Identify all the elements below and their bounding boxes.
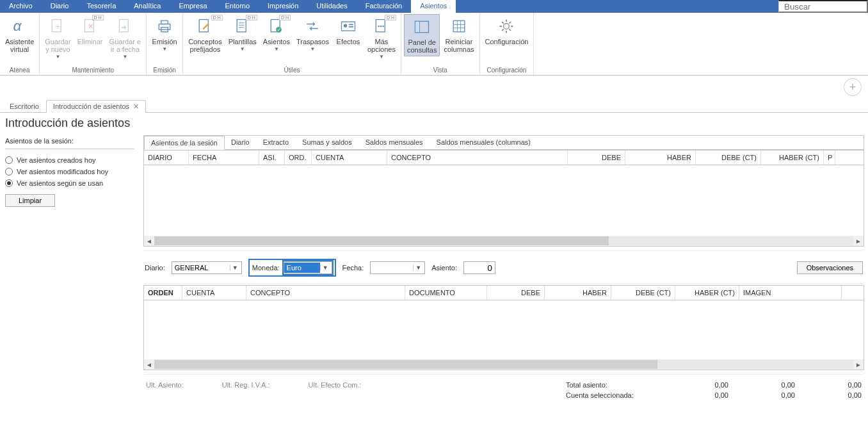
- column-header[interactable]: DEBE: [487, 286, 545, 300]
- session-grid: DIARIOFECHAASI.ORD.CUENTACONCEPTODEBEHAB…: [144, 150, 864, 246]
- close-icon[interactable]: ✕: [133, 102, 139, 110]
- chevron-down-icon[interactable]: ▼: [310, 46, 315, 52]
- menu-analítica[interactable]: Analítica: [125, 0, 170, 13]
- grid-body[interactable]: [144, 165, 864, 236]
- moneda-combo[interactable]: ▼: [284, 261, 332, 274]
- limpiar-button[interactable]: Limpiar: [5, 194, 55, 207]
- diario-combo[interactable]: ▼: [172, 261, 242, 274]
- column-header[interactable]: DEBE (CT): [696, 151, 761, 165]
- asiento-input[interactable]: [463, 261, 495, 274]
- column-header[interactable]: DEBE (CT): [611, 286, 675, 300]
- chevron-down-icon[interactable]: ▼: [240, 46, 245, 52]
- doc-arrow-icon: [115, 16, 135, 37]
- scroll-right-icon[interactable]: ►: [853, 238, 864, 245]
- menu-diario[interactable]: Diario: [42, 0, 78, 13]
- scroll-left-icon[interactable]: ◄: [144, 238, 154, 245]
- svg-rect-6: [159, 24, 170, 30]
- total-label: Total asiento:: [566, 381, 662, 389]
- total-label: Cuenta seleccionada:: [566, 391, 662, 399]
- column-header[interactable]: CUENTA: [312, 151, 387, 165]
- guardar-fecha-button[interactable]: Guardar e ir a fecha▼: [107, 14, 144, 61]
- inner-tab[interactable]: Diario: [225, 136, 257, 149]
- doc-tab[interactable]: Introducción de asientos✕: [46, 100, 146, 113]
- column-header[interactable]: FECHA: [189, 151, 259, 165]
- menu-tesorería[interactable]: Tesorería: [77, 0, 125, 13]
- inner-tab[interactable]: Asientos de la sesión: [144, 136, 225, 150]
- svg-point-18: [344, 24, 347, 28]
- chevron-down-icon[interactable]: ▼: [274, 46, 279, 52]
- diario-label: Diario:: [145, 264, 165, 272]
- fecha-input[interactable]: [371, 263, 413, 273]
- inner-tab[interactable]: Saldos mensuales (columnas): [430, 136, 538, 149]
- diario-input[interactable]: [172, 263, 230, 273]
- column-header[interactable]: ORD.: [285, 151, 312, 165]
- configuracion-button[interactable]: Configuración: [483, 14, 531, 47]
- conceptos-button[interactable]: D HConceptos prefijados: [186, 14, 225, 55]
- column-header[interactable]: CONCEPTO: [246, 286, 405, 300]
- radio-option[interactable]: Ver asientos modificados hoy: [5, 166, 134, 177]
- chevron-down-icon[interactable]: ▼: [320, 265, 330, 271]
- column-header[interactable]: ASI.: [259, 151, 285, 165]
- column-header[interactable]: ORDEN: [144, 286, 182, 300]
- observaciones-button[interactable]: Observaciones: [797, 261, 863, 274]
- scroll-left-icon[interactable]: ◄: [144, 361, 154, 368]
- svg-rect-10: [237, 20, 246, 32]
- inner-tab[interactable]: Sumas y saldos: [296, 136, 359, 149]
- column-header[interactable]: DEBE: [568, 151, 625, 165]
- radio-option[interactable]: Ver asientos creados hoy: [5, 154, 134, 166]
- svg-text:✓: ✓: [277, 28, 281, 32]
- ribbon-label: Eliminar: [77, 38, 103, 45]
- column-header[interactable]: HABER: [545, 286, 611, 300]
- inner-tab[interactable]: Extracto: [257, 136, 296, 149]
- guardar-nuevo-button[interactable]: +Guardar y nuevo▼: [42, 14, 73, 61]
- emision-button[interactable]: Emisión▼: [149, 14, 180, 54]
- menu-entorno[interactable]: Entorno: [216, 0, 259, 13]
- column-header[interactable]: CONCEPTO: [387, 151, 568, 165]
- fecha-combo[interactable]: ▼: [370, 261, 425, 274]
- menu-facturación[interactable]: Facturación: [357, 0, 411, 13]
- ribbon-label: Guardar y nuevo: [45, 38, 70, 53]
- chevron-down-icon[interactable]: ▼: [230, 265, 240, 271]
- mas-opciones-button[interactable]: D HMás opciones▼: [365, 14, 398, 61]
- ribbon-label: Configuración: [485, 38, 529, 45]
- doc-tab[interactable]: Escritorio: [3, 100, 46, 112]
- reiniciar-columnas-button[interactable]: Reiniciar columnas: [441, 14, 476, 55]
- svg-line-38: [510, 29, 511, 31]
- menu-utilidades[interactable]: Utilidades: [307, 0, 356, 13]
- plantillas-button[interactable]: D HPlantillas▼: [226, 14, 259, 54]
- moneda-input[interactable]: [284, 263, 320, 273]
- grid-body[interactable]: [144, 300, 864, 359]
- column-header[interactable]: CUENTA: [182, 286, 246, 300]
- column-header[interactable]: DIARIO: [144, 151, 189, 165]
- column-header[interactable]: HABER: [625, 151, 696, 165]
- chevron-down-icon[interactable]: ▼: [122, 54, 127, 60]
- chevron-down-icon[interactable]: ▼: [55, 54, 60, 60]
- search-input[interactable]: [778, 0, 868, 13]
- column-header[interactable]: HABER (CT): [761, 151, 824, 165]
- asistente-virtual-button[interactable]: αAsistente virtual: [3, 14, 36, 55]
- radio-option[interactable]: Ver asientos según se usan: [5, 177, 134, 189]
- scroll-right-icon[interactable]: ►: [853, 361, 864, 368]
- asientos-button[interactable]: D H✓Asientos▼: [261, 14, 293, 54]
- menu-empresa[interactable]: Empresa: [170, 0, 216, 13]
- column-header[interactable]: P: [824, 151, 835, 165]
- column-header[interactable]: IMAGEN: [739, 286, 842, 300]
- asiento-label: Asiento:: [431, 264, 457, 272]
- horizontal-scrollbar[interactable]: ◄ ►: [144, 359, 864, 370]
- menu-impresión[interactable]: Impresión: [259, 0, 307, 13]
- menu-archivo[interactable]: Archivo: [0, 0, 42, 13]
- chevron-down-icon[interactable]: ▼: [162, 46, 167, 52]
- traspasos-button[interactable]: Traspasos▼: [294, 14, 332, 54]
- add-button[interactable]: +: [844, 78, 862, 96]
- chevron-down-icon[interactable]: ▼: [379, 54, 384, 60]
- column-header[interactable]: DOCUMENTO: [405, 286, 487, 300]
- column-header[interactable]: HABER (CT): [675, 286, 739, 300]
- horizontal-scrollbar[interactable]: ◄ ►: [144, 236, 864, 246]
- alpha-icon: α: [10, 16, 30, 37]
- chevron-down-icon[interactable]: ▼: [413, 265, 423, 271]
- eliminar-button[interactable]: D H✕Eliminar: [75, 14, 106, 47]
- menu-asientos[interactable]: Asientos: [411, 0, 456, 13]
- efectos-button[interactable]: Efectos: [333, 14, 364, 47]
- panel-consultas-button[interactable]: Panel de consultas: [404, 14, 440, 56]
- inner-tab[interactable]: Saldos mensuales: [359, 136, 430, 149]
